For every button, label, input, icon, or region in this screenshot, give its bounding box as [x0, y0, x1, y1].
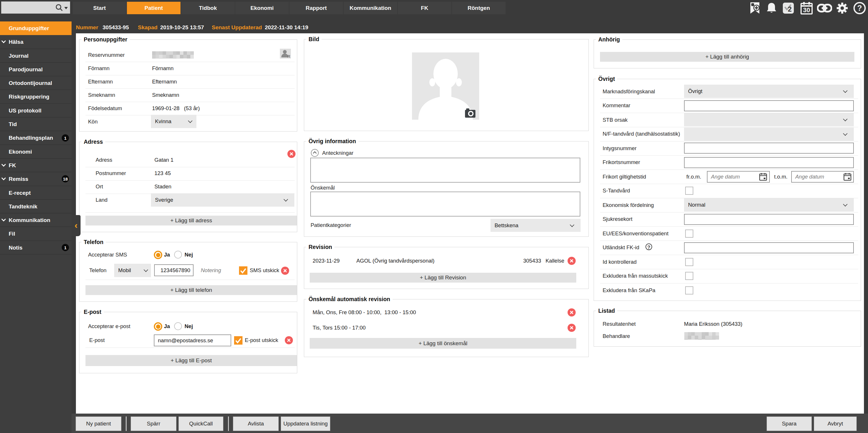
svg-text:?: ? — [857, 4, 862, 12]
svg-text:R: R — [287, 54, 290, 59]
svg-text:2: 2 — [788, 5, 792, 13]
svg-text:30: 30 — [803, 6, 810, 13]
